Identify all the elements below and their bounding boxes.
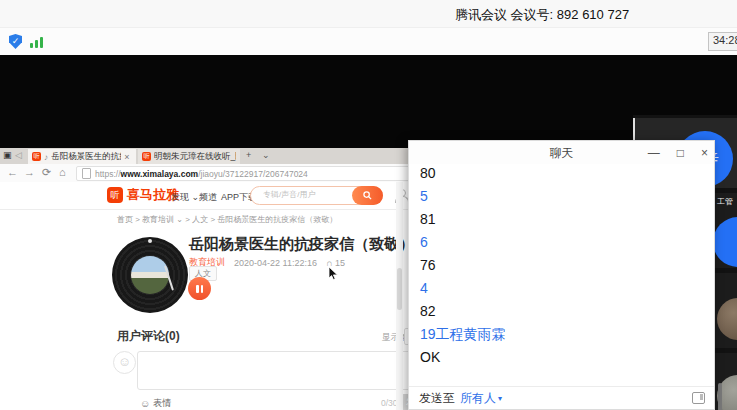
avatar: ☺	[113, 351, 136, 374]
emoji-icon[interactable]: ☺	[140, 398, 150, 409]
participant-name: 工管	[717, 196, 733, 207]
track-datetime: 2020-04-22 11:22:16	[234, 258, 317, 268]
chat-message: 76	[420, 258, 698, 272]
chevron-down-icon[interactable]: ▾	[498, 394, 502, 403]
video-list-scrollbar[interactable]	[718, 383, 722, 410]
url-text: https://www.ximalaya.com/jiaoyu/37122917…	[95, 169, 308, 179]
send-to-selector[interactable]: 所有人	[460, 390, 496, 407]
tab-current-episode[interactable]: 听 ♪ 岳阳杨景医生的抗疫 ×	[28, 149, 136, 164]
chat-message: 80	[420, 166, 698, 180]
page-icon	[82, 168, 91, 179]
chat-footer: 发送至 所有人 ▾	[409, 386, 714, 409]
forward-icon[interactable]: →	[24, 166, 35, 178]
nav-channels[interactable]: 频道	[199, 191, 217, 204]
mouse-cursor	[328, 266, 339, 281]
chat-panel: 聊天 — □ × 80 5 81 6 76 4 82 19工程黄雨霖 OK 发送…	[408, 140, 715, 410]
album-art-vinyl[interactable]	[112, 237, 188, 313]
popout-icon[interactable]	[692, 392, 705, 404]
maximize-icon[interactable]: □	[677, 146, 684, 160]
network-signal-icon	[30, 37, 43, 48]
meeting-toolbar: ✓ 34:28	[0, 27, 737, 56]
search-input[interactable]	[261, 189, 350, 200]
tab-title: 明朝朱元璋在线收听_既_喜	[154, 151, 236, 163]
emoji-row[interactable]: ☺ 表情	[140, 397, 171, 410]
send-to-label: 发送至	[419, 390, 455, 407]
refresh-icon[interactable]: ⟳	[42, 166, 51, 179]
tab-list-button[interactable]: ⌄	[262, 150, 270, 160]
ximalaya-favicon: 听	[142, 152, 151, 161]
chat-sender-name[interactable]: 4	[420, 281, 698, 295]
emoji-label[interactable]: 表情	[153, 397, 171, 410]
ximalaya-logo[interactable]: 听 喜马拉雅	[107, 186, 179, 204]
chat-sender-name[interactable]: 5	[420, 189, 698, 203]
comments-heading: 用户评论(0)	[117, 328, 180, 345]
minimize-icon[interactable]: —	[648, 146, 660, 160]
chat-messages[interactable]: 80 5 81 6 76 4 82 19工程黄雨霖 OK	[420, 164, 698, 373]
search-icon	[363, 191, 372, 200]
page-scrollbar-thumb[interactable]	[397, 268, 402, 310]
pause-button[interactable]	[188, 277, 211, 300]
tab-title: 岳阳杨景医生的抗疫	[51, 151, 121, 163]
tab-close-icon[interactable]: ×	[124, 152, 129, 162]
breadcrumb[interactable]: 首页 > 教育培训 ⌄ > 人文 > 岳阳杨景医生的抗疫家信（致敬）	[117, 214, 337, 225]
meeting-title: 腾讯会议 会议号: 892 610 727	[455, 6, 629, 24]
chat-message: 81	[420, 212, 698, 226]
chat-sender-name[interactable]: 6	[420, 235, 698, 249]
ximalaya-logo-icon: 听	[107, 187, 123, 203]
search-box[interactable]	[250, 186, 383, 205]
track-title: 岳阳杨景医生的抗疫家信（致敬）	[189, 235, 414, 254]
back-chevron-icon: ◁	[15, 150, 22, 160]
chat-message: OK	[420, 350, 698, 364]
vinyl-dot	[148, 239, 152, 243]
close-icon[interactable]: ×	[701, 146, 708, 160]
participant-avatar	[717, 298, 737, 340]
tab-audio-playing-icon: ♪	[44, 152, 48, 162]
participant-avatar	[713, 217, 737, 267]
chat-sender-name[interactable]: 19工程黄雨霖	[420, 327, 698, 341]
search-button[interactable]	[352, 186, 383, 205]
back-icon[interactable]: ←	[7, 166, 18, 178]
nav-discover[interactable]: 发现 ⌄	[171, 191, 199, 204]
new-tab-button[interactable]: +	[246, 150, 251, 160]
album-photo	[131, 256, 169, 294]
window-icon: ▣	[3, 150, 12, 160]
shield-icon[interactable]: ✓	[9, 34, 22, 49]
home-icon[interactable]: ⌂	[59, 166, 66, 178]
chat-titlebar[interactable]: 聊天 — □ ×	[409, 141, 714, 164]
meeting-titlebar: 腾讯会议 会议号: 892 610 727	[0, 0, 737, 27]
tab-other-episode[interactable]: 听 明朝朱元璋在线收听_既_喜	[138, 149, 240, 164]
chat-message: 82	[420, 304, 698, 318]
meeting-timer: 34:28	[708, 32, 737, 51]
ximalaya-favicon: 听	[32, 152, 41, 161]
comment-input[interactable]	[137, 351, 424, 390]
